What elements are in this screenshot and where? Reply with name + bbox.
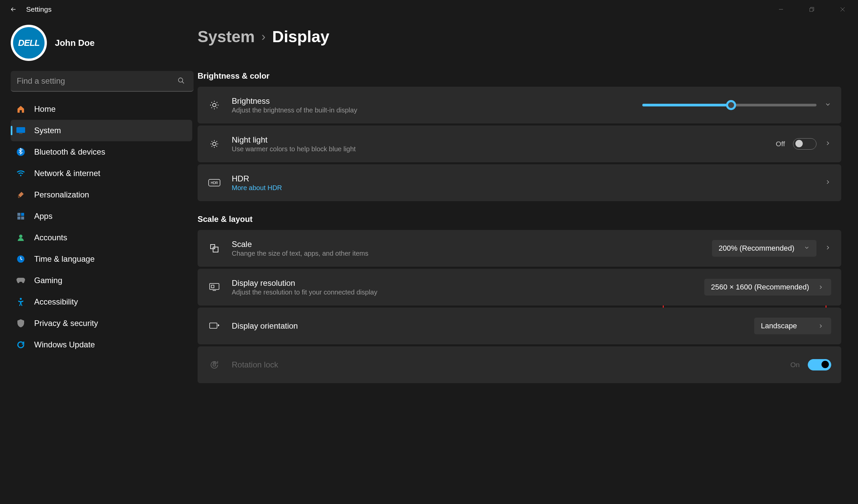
- sidebar-item-windows-update[interactable]: Windows Update: [11, 334, 192, 355]
- brightness-title: Brightness: [232, 96, 642, 106]
- svg-rect-17: [213, 247, 218, 252]
- sidebar-item-label: Personalization: [34, 190, 89, 199]
- sidebar-item-label: Gaming: [34, 276, 62, 285]
- svg-point-1: [178, 78, 183, 82]
- minimize-button[interactable]: [766, 0, 796, 19]
- sidebar-item-accessibility[interactable]: Accessibility: [11, 291, 192, 312]
- svg-point-9: [19, 234, 22, 238]
- sidebar-item-system[interactable]: System: [11, 120, 192, 141]
- orientation-icon: [208, 322, 221, 330]
- sidebar-item-gaming[interactable]: Gaming: [11, 270, 192, 291]
- scale-dropdown[interactable]: 200% (Recommended): [712, 240, 816, 257]
- sidebar-item-apps[interactable]: Apps: [11, 206, 192, 227]
- chevron-down-icon: [819, 283, 825, 292]
- svg-rect-18: [210, 283, 219, 290]
- svg-rect-21: [213, 364, 216, 366]
- clock-icon: [16, 254, 26, 264]
- breadcrumb-parent[interactable]: System: [197, 28, 255, 46]
- sidebar-item-label: Home: [34, 104, 55, 114]
- resolution-card[interactable]: Display resolution Adjust the resolution…: [197, 269, 841, 306]
- orientation-title: Display orientation: [232, 321, 754, 331]
- window-controls: [766, 0, 858, 19]
- breadcrumb-current: Display: [272, 28, 330, 46]
- sidebar-item-label: Accessibility: [34, 297, 78, 307]
- expand-brightness-button[interactable]: [825, 101, 831, 109]
- scale-title: Scale: [232, 240, 712, 249]
- svg-point-11: [20, 298, 22, 300]
- chevron-right-icon: ›: [261, 30, 266, 44]
- bluetooth-icon: [16, 147, 26, 157]
- profile[interactable]: DELL John Doe: [11, 22, 192, 71]
- sidebar-item-label: Windows Update: [34, 340, 95, 349]
- hdr-more-button[interactable]: [825, 179, 831, 187]
- avatar: DELL: [11, 25, 47, 61]
- sidebar-item-label: System: [34, 126, 61, 135]
- hdr-link[interactable]: More about HDR: [232, 184, 825, 192]
- svg-point-13: [213, 142, 216, 146]
- orientation-card[interactable]: Display orientation Landscape: [197, 308, 841, 344]
- nightlight-toggle[interactable]: [793, 138, 816, 150]
- system-icon: [16, 126, 26, 135]
- svg-rect-6: [21, 213, 24, 216]
- svg-rect-0: [810, 9, 813, 12]
- hdr-title: HDR: [232, 174, 825, 183]
- chevron-down-icon: [804, 244, 810, 253]
- scale-value: 200% (Recommended): [719, 244, 794, 253]
- arrow-left-icon: [10, 6, 17, 13]
- search-input[interactable]: [11, 71, 194, 92]
- back-button[interactable]: [7, 3, 20, 16]
- rotation-title: Rotation lock: [232, 360, 790, 370]
- maximize-button[interactable]: [796, 0, 827, 19]
- hdr-icon: HDR: [208, 179, 221, 186]
- close-button[interactable]: [827, 0, 858, 19]
- svg-text:HDR: HDR: [211, 181, 218, 185]
- resolution-value: 2560 × 1600 (Recommended): [711, 283, 809, 292]
- svg-rect-3: [19, 133, 22, 134]
- nightlight-title: Night light: [232, 135, 776, 145]
- sidebar-item-accounts[interactable]: Accounts: [11, 227, 192, 248]
- sidebar-item-time-language[interactable]: Time & language: [11, 248, 192, 270]
- sidebar-item-label: Network & internet: [34, 169, 100, 178]
- brightness-slider[interactable]: [642, 104, 816, 107]
- scale-icon: [208, 243, 221, 253]
- titlebar: Settings: [0, 0, 858, 19]
- svg-rect-8: [21, 216, 24, 220]
- brightness-card: Brightness Adjust the brightness of the …: [197, 87, 841, 124]
- home-icon: [16, 104, 26, 114]
- sidebar-item-network[interactable]: Network & internet: [11, 163, 192, 184]
- sidebar-item-label: Privacy & security: [34, 319, 98, 328]
- accessibility-icon: [16, 297, 26, 307]
- nightlight-icon: [208, 139, 221, 149]
- hdr-card[interactable]: HDR HDR More about HDR: [197, 164, 841, 201]
- nightlight-state: Off: [776, 140, 785, 148]
- section-scale-layout: Scale & layout: [197, 214, 841, 224]
- svg-rect-19: [211, 285, 214, 288]
- sidebar-item-home[interactable]: Home: [11, 98, 192, 120]
- resolution-title: Display resolution: [232, 278, 704, 288]
- section-brightness-color: Brightness & color: [197, 71, 841, 81]
- brightness-sub: Adjust the brightness of the built-in di…: [232, 107, 642, 114]
- person-icon: [16, 233, 26, 242]
- nightlight-card[interactable]: Night light Use warmer colors to help bl…: [197, 126, 841, 162]
- scale-card[interactable]: Scale Change the size of text, apps, and…: [197, 230, 841, 267]
- scale-more-button[interactable]: [825, 244, 831, 252]
- svg-rect-2: [16, 127, 25, 133]
- rotation-lock-card: Rotation lock On: [197, 346, 841, 383]
- sidebar-item-privacy[interactable]: Privacy & security: [11, 312, 192, 334]
- orientation-dropdown[interactable]: Landscape: [754, 318, 831, 334]
- search-wrap: [11, 71, 192, 92]
- nightlight-sub: Use warmer colors to help block blue lig…: [232, 145, 776, 153]
- scale-sub: Change the size of text, apps, and other…: [232, 250, 712, 257]
- shield-icon: [16, 319, 26, 328]
- svg-rect-16: [211, 245, 215, 249]
- nightlight-more-button[interactable]: [825, 140, 831, 148]
- svg-rect-5: [17, 213, 20, 216]
- resolution-dropdown[interactable]: 2560 × 1600 (Recommended): [704, 279, 831, 295]
- resolution-sub: Adjust the resolution to fit your connec…: [232, 289, 704, 296]
- svg-rect-7: [17, 216, 20, 220]
- sidebar: DELL John Doe Home System Bluetooth & de…: [0, 19, 197, 504]
- sidebar-item-personalization[interactable]: Personalization: [11, 184, 192, 206]
- sidebar-item-bluetooth[interactable]: Bluetooth & devices: [11, 141, 192, 163]
- nav-list: Home System Bluetooth & devices Network …: [11, 98, 192, 355]
- paintbrush-icon: [16, 190, 26, 199]
